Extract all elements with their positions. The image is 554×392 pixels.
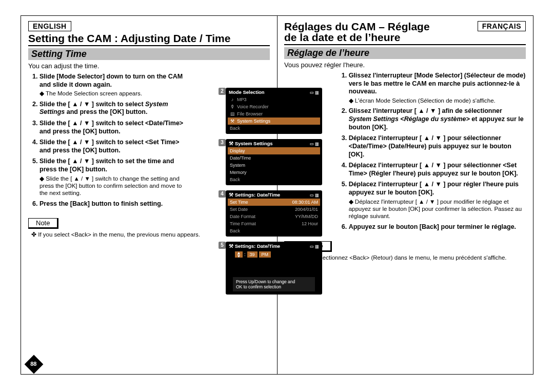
section-title-fr: Réglage de l’heure [284, 47, 526, 59]
music-note-icon: ♪ [230, 97, 235, 102]
row-set-time[interactable]: Set Time08:30:01 AM [228, 199, 320, 206]
screen3-title: System Settings [235, 141, 273, 146]
screen2-title: Mode Selection [229, 89, 265, 95]
time-ampm-field[interactable]: PM [259, 251, 271, 258]
step-3-en: Slide the [ ▲ / ▼ ] switch to select <Da… [39, 120, 188, 135]
note-label-en: Note [28, 218, 58, 229]
screen-time-editor: 5 ⚒ Settings: Date/Time ▲▼ 6 : 39 PM Pre… [226, 242, 322, 295]
status-icons [310, 243, 319, 249]
file-icon: ▤ [230, 111, 235, 116]
settings-icon: ⚒ [230, 119, 235, 124]
intro-fr: Vous pouvez régler l'heure. [284, 61, 526, 69]
status-icons [310, 141, 319, 146]
step-dot-3: 3 [219, 139, 226, 146]
step-2-fr: Glissez l'interrupteur [ ▲ / ▼ ] afin de… [349, 107, 526, 131]
screen4-title: Settings: Date/Time [235, 192, 281, 198]
lang-badge-french: FRANÇAIS [478, 21, 526, 31]
step-4-en: Slide the [ ▲ / ▼ ] switch to select <Se… [39, 139, 188, 154]
settings-icon: ⚒ [229, 192, 233, 198]
steps-list-fr: Glissez l'interrupteur [Mode Selector] (… [338, 72, 526, 231]
menu-item-mp3[interactable]: ♪MP3 [228, 96, 320, 103]
device-screens-stack: 2 Mode Selection ♪MP3 🎙Voice Recorder ▤F… [226, 88, 328, 300]
page-title-fr-line2: de la date et de l’heure [284, 31, 526, 45]
menu-item-datetime[interactable]: Date/Time [228, 154, 320, 162]
screen-mode-selection: 2 Mode Selection ♪MP3 🎙Voice Recorder ▤F… [226, 88, 322, 134]
step-2-en: Slide the [ ▲ / ▼ ] switch to select Sys… [39, 101, 188, 116]
page-title-fr-line1: Réglages du CAM – Réglage [284, 21, 430, 32]
step-dot-5: 5 [219, 242, 226, 249]
intro-en: You can adjust the time. [28, 62, 270, 70]
menu-item-voice-recorder[interactable]: 🎙Voice Recorder [228, 103, 320, 110]
time-minute-field[interactable]: 39 [247, 251, 258, 258]
step-5-en: Slide the [ ▲ / ▼ ] switch to set the ti… [39, 158, 188, 197]
screen-datetime-settings: 4 ⚒ Settings: Date/Time Set Time08:30:01… [226, 190, 322, 237]
menu-item-memory[interactable]: Memory [228, 169, 320, 176]
step-6-fr: Appuyez sur le bouton [Back] pour termin… [349, 223, 526, 231]
step-5-fr: Déplacez l'interrupteur [ ▲ / ▼ ] pour r… [349, 181, 526, 220]
step-6-en: Press the [Back] button to finish settin… [39, 200, 188, 208]
menu-item-back[interactable]: Back [228, 176, 320, 183]
step-dot-4: 4 [219, 190, 226, 198]
menu-item-file-browser[interactable]: ▤File Browser [228, 110, 320, 117]
row-back[interactable]: Back [228, 227, 320, 234]
row-date-format[interactable]: Date FormatYY/MM/DD [228, 213, 320, 220]
lang-badge-english: ENGLISH [28, 21, 71, 31]
menu-item-back[interactable]: Back [228, 125, 320, 132]
menu-item-system[interactable]: System [228, 162, 320, 169]
step-5-sub-fr: Déplacez l'interrupteur [ ▲ / ▼ ] pour m… [349, 198, 526, 220]
page-title-en: Setting the CAM : Adjusting Date / Time [28, 32, 270, 46]
settings-icon: ⚒ [229, 141, 233, 146]
screen5-title: Settings: Date/Time [235, 243, 281, 249]
menu-item-display[interactable]: Display [228, 147, 320, 154]
step-1-sub-en: The Mode Selection screen appears. [39, 90, 188, 97]
page-number-badge: 88 [25, 355, 44, 374]
updown-arrows-icon: ▲▼ [237, 251, 241, 258]
step-4-fr: Déplacez l'interrupteur [ ▲ / ▼ ] pour s… [349, 162, 526, 178]
mic-icon: 🎙 [230, 104, 235, 109]
step-3-fr: Déplacez l'interrupteur [ ▲ / ▼ ] pour s… [349, 134, 526, 159]
steps-list-en: Slide [Mode Selector] down to turn on th… [28, 73, 188, 208]
settings-icon: ⚒ [229, 243, 233, 249]
row-time-format[interactable]: Time Format12 Hour [228, 220, 320, 227]
step-5-sub-en: Slide the [ ▲ / ▼ ] switch to change the… [39, 175, 188, 197]
step-1-fr: Glissez l'interrupteur [Mode Selector] (… [349, 72, 526, 104]
status-icons [310, 192, 319, 198]
section-title-en: Setting Time [28, 48, 270, 60]
step-dot-2: 2 [219, 88, 226, 95]
editor-hint-overlay: Press Up/Down to change and OK to confir… [233, 277, 315, 291]
menu-item-system-settings[interactable]: ⚒System Settings [228, 117, 320, 125]
status-icons [310, 89, 319, 95]
row-set-date[interactable]: Set Date2004/01/01 [228, 206, 320, 213]
step-1-sub-fr: L'écran Mode Selection (Sélection de mod… [349, 97, 526, 104]
screen-system-settings: 3 ⚒ System Settings Display Date/Time Sy… [226, 139, 322, 185]
step-1-en: Slide [Mode Selector] down to turn on th… [39, 73, 188, 97]
